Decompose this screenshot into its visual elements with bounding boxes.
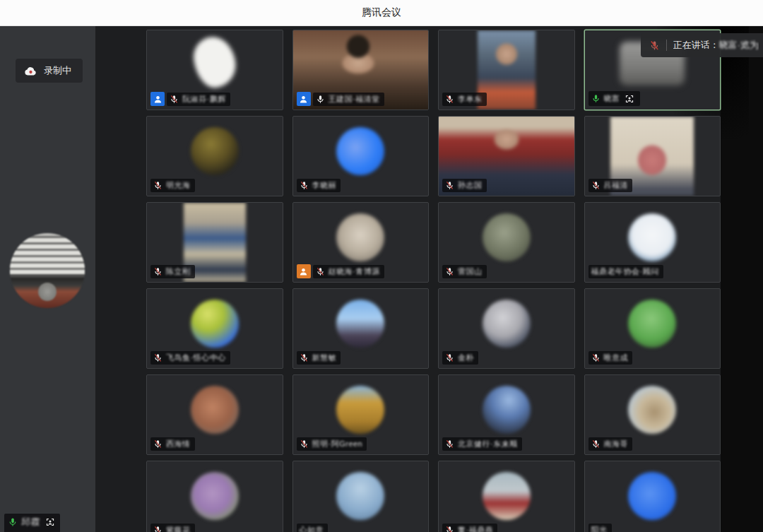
participant-tile[interactable]: 紫藤花 <box>146 461 283 532</box>
participant-name: 飞鸟鱼·悟心中心 <box>166 353 226 363</box>
mic-on-icon <box>8 517 18 527</box>
name-pill: 李单东 <box>442 93 487 106</box>
participant-tile[interactable]: 吕福清 <box>584 116 721 196</box>
participant-tile[interactable]: 福鼎老年协会·顾问 <box>584 202 721 283</box>
role-badge-icon <box>297 92 311 106</box>
participant-name: 阮淑芬·鹏辉 <box>182 94 226 105</box>
participant-avatar <box>483 213 531 261</box>
video-grid-area: 阮淑芬·鹏辉 <box>95 26 763 532</box>
participant-avatar <box>628 300 676 348</box>
participant-avatar <box>483 386 531 434</box>
participant-name: 陈立刚 <box>166 266 191 277</box>
participant-tile[interactable]: 南海哥 <box>584 374 721 455</box>
participant-name: 心如意 <box>300 525 324 532</box>
participant-tile[interactable]: 王建国·福清堂 <box>292 30 430 110</box>
name-pill: 西海情 <box>150 437 195 451</box>
mic-muted-icon <box>591 181 601 190</box>
participant-name: 金朴 <box>458 353 474 363</box>
name-pill: 雷国山 <box>442 265 487 278</box>
name-label: 赵晓海·青博源 <box>297 264 384 278</box>
name-label: 照明·阿Green <box>297 437 367 451</box>
name-label: 阳光 <box>588 524 612 532</box>
participant-name: 吕福清 <box>604 180 629 191</box>
self-name: 邱霞 <box>21 516 40 528</box>
mic-muted-icon <box>445 526 454 532</box>
mic-muted-icon <box>153 181 162 190</box>
speaking-names: 晓富·览为 <box>719 40 759 50</box>
name-label: 王建国·福清堂 <box>297 92 384 106</box>
speaking-toast[interactable]: 正在讲话：晓富·览为 <box>641 33 763 57</box>
participant-tile[interactable]: 西海情 <box>146 374 283 455</box>
mic-muted-icon <box>153 526 162 532</box>
participant-avatar <box>483 472 531 520</box>
participant-tile[interactable]: 李晓丽 <box>292 116 430 196</box>
participant-tile[interactable]: 李单东 <box>438 30 575 110</box>
participant-name: 董·福鼎燕 <box>458 525 493 532</box>
participant-avatar <box>191 34 238 90</box>
mic-muted-icon <box>153 353 162 362</box>
participant-tile[interactable]: 照明·阿Green <box>292 374 430 455</box>
name-label: 南海哥 <box>588 437 633 451</box>
participant-tile[interactable]: 新慧敏 <box>292 288 430 369</box>
mic-muted-icon <box>153 267 162 276</box>
name-pill: 唯意成 <box>588 351 633 365</box>
sidebar: 录制中 邱霞 <box>0 26 95 532</box>
participant-name: 明光海 <box>166 180 191 191</box>
name-label: 唯意成 <box>588 351 633 365</box>
self-name-label: 邱霞 <box>4 514 60 532</box>
participant-name: 北京健行·东来顺 <box>458 439 518 449</box>
name-pill: 王建国·福清堂 <box>313 93 384 106</box>
participant-tile[interactable]: 北京健行·东来顺 <box>438 374 575 455</box>
participant-tile[interactable]: 心如意 <box>292 461 430 532</box>
participant-tile[interactable]: 飞鸟鱼·悟心中心 <box>146 288 283 369</box>
self-avatar[interactable] <box>10 233 85 308</box>
name-pill: 阮淑芬·鹏辉 <box>167 93 230 106</box>
participant-avatar <box>191 300 239 348</box>
role-badge-icon <box>297 264 311 278</box>
portrait-mode-icon <box>624 93 636 105</box>
participant-avatar <box>191 472 239 520</box>
participant-name: 阳光 <box>591 525 608 532</box>
participant-tile[interactable]: 雷国山 <box>438 202 575 283</box>
name-label: 西海情 <box>150 437 195 451</box>
name-label: 李晓丽 <box>297 179 341 192</box>
name-pill: 董·福鼎燕 <box>442 524 497 532</box>
window-titlebar: 腾讯会议 <box>0 0 763 26</box>
participant-tile[interactable]: 金朴 <box>438 288 575 369</box>
name-pill: 阳光 <box>588 524 612 532</box>
participant-tile[interactable]: 阳光 <box>584 461 721 532</box>
participant-name: 李晓丽 <box>312 180 337 191</box>
participant-avatar <box>336 386 384 434</box>
name-pill: 金朴 <box>442 351 478 365</box>
participant-name: 唯意成 <box>604 353 629 363</box>
participant-avatar <box>336 127 384 175</box>
participant-tile[interactable]: 唯意成 <box>584 288 721 369</box>
name-pill: 照明·阿Green <box>297 437 367 451</box>
participant-grid: 阮淑芬·鹏辉 <box>95 26 763 532</box>
participant-tile[interactable]: 阮淑芬·鹏辉 <box>146 30 283 110</box>
participant-avatar <box>628 472 676 520</box>
mic-on-icon <box>591 94 601 103</box>
participant-tile[interactable]: 赵晓海·青博源 <box>292 202 430 283</box>
participant-name: 照明·阿Green <box>312 439 363 449</box>
participant-tile[interactable]: 明光海 <box>146 116 283 196</box>
name-pill: 陈立刚 <box>150 265 195 278</box>
name-pill: 晓富 <box>588 91 640 106</box>
mic-muted-icon <box>649 40 660 51</box>
toast-divider <box>666 40 667 51</box>
cloud-record-icon <box>24 66 37 76</box>
recording-label: 录制中 <box>44 64 71 77</box>
name-pill: 紫藤花 <box>150 524 195 532</box>
recording-badge[interactable]: 录制中 <box>16 59 83 83</box>
participant-name: 紫藤花 <box>166 525 191 532</box>
participant-tile[interactable]: 董·福鼎燕 <box>438 461 575 532</box>
name-label: 心如意 <box>297 524 329 532</box>
participant-tile[interactable]: 陈立刚 <box>146 202 283 283</box>
participant-tile[interactable]: 孙志国 <box>438 116 575 196</box>
participant-name: 雷国山 <box>458 266 483 277</box>
name-label: 孙志国 <box>442 179 487 192</box>
name-pill: 明光海 <box>150 179 195 192</box>
participant-name: 福鼎老年协会·顾问 <box>591 266 659 277</box>
participant-name: 西海情 <box>166 439 191 449</box>
name-label: 阮淑芬·鹏辉 <box>150 92 230 106</box>
